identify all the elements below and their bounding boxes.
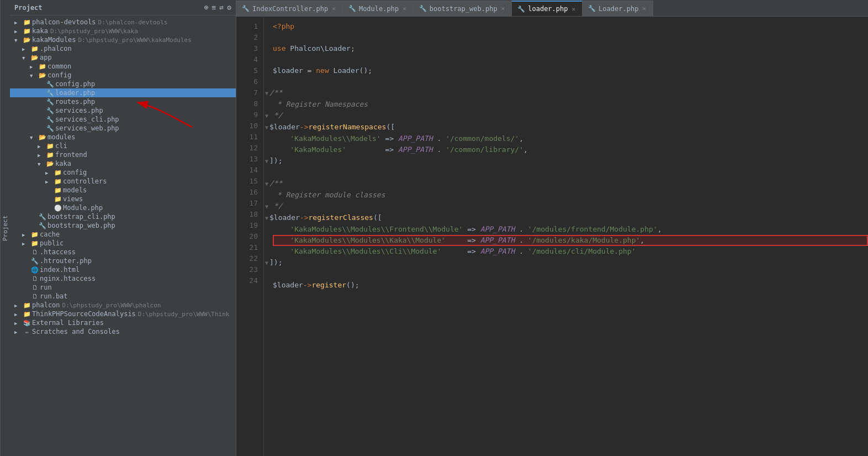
fold-icon[interactable]: ▼ bbox=[265, 203, 268, 209]
tree-item-module-php[interactable]: ⚪ Module.php bbox=[10, 203, 236, 212]
arrow-icon bbox=[38, 152, 45, 158]
sidebar-icon-list[interactable]: ≡ bbox=[212, 3, 216, 12]
fold-icon[interactable]: ▼ bbox=[265, 215, 268, 221]
tab-close-btn[interactable]: ✕ bbox=[401, 5, 407, 12]
arrow-icon bbox=[38, 161, 45, 167]
item-label: controllers bbox=[63, 177, 107, 185]
code-line: 'KakaModules\\Modules\\Cli\\Module' => A… bbox=[273, 246, 868, 257]
tree-item-loader-php[interactable]: 🔧 loader.php bbox=[10, 88, 236, 97]
item-label: services_web.php bbox=[55, 124, 119, 132]
sidebar-tree: 📁 phalcon-devtools D:\phalcon-devtools 📁… bbox=[10, 15, 236, 456]
tree-item-views[interactable]: 📁 views bbox=[10, 195, 236, 203]
tree-item-index-html[interactable]: 🌐 index.html bbox=[10, 265, 236, 274]
tree-item-htaccess[interactable]: 🗋 .htaccess bbox=[10, 248, 236, 256]
tree-item-bootstrap-cli-php[interactable]: 🔧 bootstrap_cli.php bbox=[10, 212, 236, 221]
folder-icon: 📁 bbox=[45, 151, 55, 159]
tree-item-kakamodules[interactable]: 📂 kakaModules D:\phpstudy_pro\WWW\kakaMo… bbox=[10, 35, 236, 44]
tree-item-run[interactable]: 🗋 run bbox=[10, 283, 236, 292]
folder-icon: 📁 bbox=[30, 230, 40, 238]
tree-item-kaka-config[interactable]: 📁 config bbox=[10, 168, 236, 177]
item-label: config bbox=[47, 71, 71, 79]
line-number: 13 bbox=[236, 154, 263, 165]
tree-item-bootstrap-web-php[interactable]: 🔧 bootstrap_web.php bbox=[10, 221, 236, 230]
tab-close-btn[interactable]: ✕ bbox=[641, 5, 647, 12]
tree-item-phalcon-root[interactable]: 📁 phalcon D:\phpstudy_pro\WWW\phalcon bbox=[10, 301, 236, 310]
token: => bbox=[346, 145, 398, 154]
tree-item-cache[interactable]: 📁 cache bbox=[10, 230, 236, 239]
tree-item-modules[interactable]: 📂 modules bbox=[10, 133, 236, 141]
item-label: cli bbox=[55, 142, 67, 150]
lib-icon: 📚 bbox=[22, 319, 32, 327]
token: = bbox=[303, 66, 316, 75]
tab-Loader[interactable]: 🔧 Loader.php ✕ bbox=[583, 1, 653, 16]
folder-open-icon: 📂 bbox=[38, 133, 47, 141]
tab-close-btn[interactable]: ✕ bbox=[331, 5, 337, 12]
line-number: 24 bbox=[236, 275, 263, 286]
tree-item-public[interactable]: 📁 public bbox=[10, 239, 236, 248]
tree-item-kaka-module[interactable]: 📂 kaka bbox=[10, 159, 236, 168]
item-label: phalcon bbox=[32, 301, 60, 309]
tab-label: IndexController.php bbox=[252, 5, 328, 13]
tree-item-models[interactable]: 📁 models bbox=[10, 186, 236, 195]
tree-item-htrouter-php[interactable]: 🔧 .htrouter.php bbox=[10, 256, 236, 265]
tree-item-scratches[interactable]: ✏️ Scratches and Consoles bbox=[10, 327, 236, 336]
sidebar-icon-sync[interactable]: ⇄ bbox=[219, 3, 224, 12]
tree-item-app[interactable]: 📂 app bbox=[10, 53, 236, 62]
item-label: phalcon-devtools bbox=[32, 18, 96, 26]
tree-item-nginx-htaccess[interactable]: 🗋 nginx.htaccess bbox=[10, 274, 236, 283]
tree-item-dotphalcon[interactable]: 📁 .phalcon bbox=[10, 44, 236, 53]
tab-close-btn[interactable]: ✕ bbox=[570, 6, 576, 13]
tree-item-run-bat[interactable]: 🗋 run.bat bbox=[10, 292, 236, 301]
code-editor[interactable]: 123456789101112131415161718192021222324 … bbox=[236, 17, 868, 456]
tree-item-common[interactable]: 📁 common bbox=[10, 62, 236, 71]
line-number: 7 bbox=[236, 87, 263, 98]
sidebar-icon-add[interactable]: ⊕ bbox=[204, 3, 209, 12]
token: . bbox=[515, 247, 527, 255]
tree-item-routes-php[interactable]: 🔧 routes.php bbox=[10, 97, 236, 106]
token bbox=[273, 225, 290, 233]
line-number: 4 bbox=[236, 54, 263, 65]
code-line: ▼$loader->registerNamespaces([ bbox=[273, 122, 868, 133]
tab-loader[interactable]: 🔧 loader.php ✕ bbox=[512, 1, 583, 16]
item-label: kaka bbox=[32, 27, 48, 35]
arrow-icon bbox=[14, 320, 22, 326]
token: * Register Namespaces bbox=[273, 100, 368, 108]
tree-item-controllers[interactable]: 📁 controllers bbox=[10, 177, 236, 186]
tree-item-phalcon-devtools[interactable]: 📁 phalcon-devtools D:\phalcon-devtools bbox=[10, 18, 236, 27]
php-file-icon: 🔧 bbox=[45, 116, 55, 123]
tab-bar: 🔧 IndexController.php ✕ 🔧 Module.php ✕ 🔧… bbox=[236, 0, 868, 17]
txt-file-icon: 🗋 bbox=[30, 248, 40, 256]
module-file-icon: ⚪ bbox=[53, 204, 63, 212]
arrow-icon bbox=[30, 64, 38, 70]
tree-item-kaka[interactable]: 📁 kaka D:\phpstudy_pro\WWW\kaka bbox=[10, 27, 236, 35]
arrow-icon bbox=[14, 37, 22, 43]
project-tab[interactable]: Project bbox=[0, 0, 10, 456]
fold-icon[interactable]: ▼ bbox=[265, 90, 268, 96]
tree-item-frontend[interactable]: 📁 frontend bbox=[10, 150, 236, 159]
line-numbers: 123456789101112131415161718192021222324 bbox=[236, 17, 264, 456]
item-label: Scratches and Consoles bbox=[32, 328, 120, 336]
fold-icon[interactable]: ▼ bbox=[265, 181, 268, 187]
line-number: 22 bbox=[236, 253, 263, 264]
tab-Module[interactable]: 🔧 Module.php ✕ bbox=[343, 1, 414, 16]
html-file-icon: 🌐 bbox=[30, 266, 40, 274]
fold-icon[interactable]: ▼ bbox=[265, 260, 268, 266]
tab-close-btn[interactable]: ✕ bbox=[500, 5, 506, 12]
tree-item-external-libraries[interactable]: 📚 External Libraries bbox=[10, 318, 236, 327]
tree-item-config-php[interactable]: 🔧 config.php bbox=[10, 80, 236, 88]
tab-IndexController[interactable]: 🔧 IndexController.php ✕ bbox=[236, 1, 343, 16]
tree-item-cli[interactable]: 📁 cli bbox=[10, 141, 236, 150]
sidebar-icon-settings[interactable]: ⚙ bbox=[227, 3, 231, 12]
tree-item-thinkphp[interactable]: 📁 ThinkPHPSourceCodeAnalysis D:\phpstudy… bbox=[10, 310, 236, 318]
tree-item-config-folder[interactable]: 📂 config bbox=[10, 71, 236, 80]
fold-icon[interactable]: ▼ bbox=[265, 158, 268, 164]
tree-item-services-cli-php[interactable]: 🔧 services_cli.php bbox=[10, 115, 236, 124]
fold-icon[interactable]: ▼ bbox=[265, 124, 268, 130]
tree-item-services-web-php[interactable]: 🔧 services_web.php bbox=[10, 124, 236, 133]
code-line bbox=[273, 76, 868, 87]
fold-icon[interactable]: ▼ bbox=[265, 113, 268, 119]
tab-label: bootstrap_web.php bbox=[430, 5, 497, 13]
item-label: .phalcon bbox=[40, 45, 72, 53]
tab-bootstrap-web[interactable]: 🔧 bootstrap_web.php ✕ bbox=[414, 1, 512, 16]
tree-item-services-php[interactable]: 🔧 services.php bbox=[10, 106, 236, 115]
